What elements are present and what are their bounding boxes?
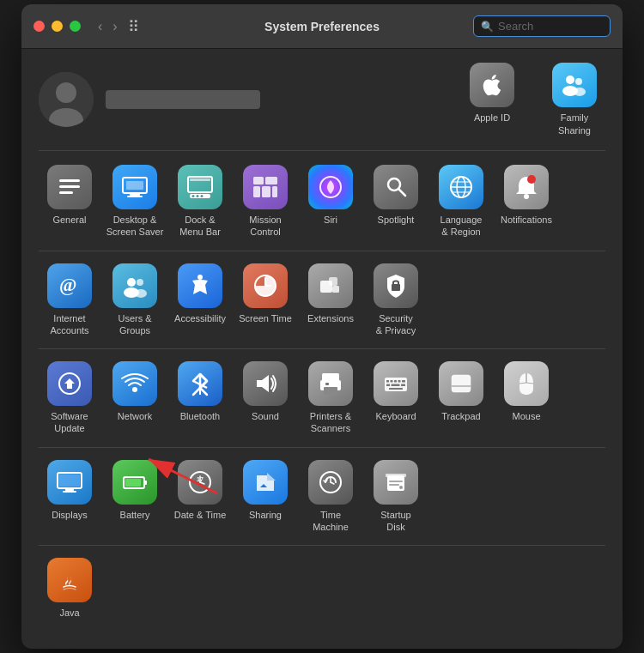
svg-rect-15 [190,178,210,181]
pref-internet-accounts[interactable]: @ InternetAccounts [39,263,100,337]
accounts-section: @ InternetAccounts Users &Gro [39,263,605,350]
svg-point-3 [566,76,574,84]
pref-extensions[interactable]: Extensions [300,263,361,337]
date-time-icon: 17 [178,460,222,505]
mouse-icon [504,361,549,406]
svg-rect-87 [389,484,399,486]
pref-accessibility[interactable]: Accessibility [169,263,231,337]
mission-control-label: MissionControl [249,214,281,239]
accounts-grid: @ InternetAccounts Users &Gro [39,263,605,337]
traffic-lights [33,21,81,32]
svg-rect-7 [59,179,80,182]
svg-marker-51 [257,375,269,392]
extensions-label: Extensions [307,312,354,324]
profile-right: Apple ID Family Sharing [461,63,605,136]
forward-button[interactable]: › [109,17,120,36]
svg-point-6 [574,88,586,96]
desktop-screensaver-icon [112,165,157,209]
pref-bluetooth[interactable]: Bluetooth [169,361,231,435]
screen-time-label: Screen Time [239,312,292,324]
avatar [39,72,94,127]
svg-rect-62 [386,384,390,387]
pref-dock-menubar[interactable]: Dock &Menu Bar [169,165,231,239]
printers-scanners-label: Printers &Scanners [310,410,351,435]
security-privacy-label: Security& Privacy [376,312,416,337]
language-region-icon [439,165,483,209]
pref-network[interactable]: Network [104,361,166,435]
pref-notifications[interactable]: Notifications [495,165,557,239]
family-sharing-item[interactable]: Family Sharing [544,63,605,136]
siri-label: Siri [324,214,337,226]
other-grid: Java [39,558,605,619]
back-button[interactable]: ‹ [94,17,106,36]
extensions-icon [308,263,353,308]
pref-mission-control[interactable]: MissionControl [234,165,296,239]
svg-rect-57 [386,380,389,383]
pref-language-region[interactable]: Language& Region [430,165,492,239]
spotlight-icon [374,165,418,209]
battery-icon [112,460,157,505]
pref-users-groups[interactable]: Users &Groups [104,263,166,337]
titlebar: ‹ › ⠿ System Preferences 🔍 [21,4,623,49]
search-box[interactable]: 🔍 [473,15,611,37]
svg-rect-9 [59,191,73,194]
svg-rect-59 [394,380,397,383]
pref-general[interactable]: General [39,165,100,239]
svg-line-27 [399,189,406,196]
date-time-label: Date & Time [174,509,227,521]
pref-java[interactable]: Java [39,558,100,619]
personal-section: General Desktop &Screen Saver [39,165,605,251]
grid-view-button[interactable]: ⠿ [128,17,139,36]
pref-startup-disk[interactable]: StartupDisk [365,460,427,534]
pref-battery[interactable]: Battery [104,460,166,534]
pref-sharing[interactable]: Sharing [234,460,296,534]
svg-point-88 [399,486,403,489]
apple-id-label: Apple ID [474,112,510,124]
svg-rect-86 [389,481,403,482]
svg-rect-71 [65,488,74,491]
minimize-button[interactable] [52,21,63,32]
svg-rect-46 [332,286,339,293]
security-privacy-icon [374,263,418,308]
pref-software-update[interactable]: SoftwareUpdate [39,361,100,435]
pref-displays[interactable]: Displays [39,460,100,534]
svg-rect-60 [398,380,401,383]
pref-security-privacy[interactable]: Security& Privacy [365,263,427,337]
svg-marker-80 [267,473,276,481]
close-button[interactable] [33,21,45,32]
svg-rect-65 [389,388,403,390]
pref-keyboard[interactable]: Keyboard [365,361,427,435]
general-label: General [52,214,86,226]
pref-spotlight[interactable]: Spotlight [365,165,427,239]
screen-time-icon [243,263,288,308]
time-machine-icon [308,460,353,505]
general-icon [47,165,92,209]
pref-sound[interactable]: Sound [234,361,296,435]
internet-accounts-icon: @ [47,263,92,308]
svg-line-79 [200,482,204,484]
dock-menubar-label: Dock &Menu Bar [179,214,221,239]
apple-id-item[interactable]: Apple ID [461,63,523,136]
search-input[interactable] [498,20,601,33]
pref-printers-scanners[interactable]: Printers &Scanners [300,361,361,435]
pref-date-time[interactable]: 17 Date & Time [169,460,231,534]
java-label: Java [59,607,79,619]
svg-rect-45 [329,277,337,286]
maximize-button[interactable] [70,21,81,32]
svg-rect-63 [392,384,400,387]
pref-mouse[interactable]: Mouse [495,361,557,435]
siri-icon [308,165,353,209]
window-title: System Preferences [264,20,380,33]
pref-trackpad[interactable]: Trackpad [430,361,492,435]
svg-rect-21 [265,177,277,184]
sound-label: Sound [252,410,279,422]
pref-siri[interactable]: Siri [300,165,361,239]
svg-point-19 [201,195,204,197]
svg-rect-64 [401,384,405,387]
displays-label: Displays [52,509,88,521]
svg-line-83 [331,482,334,484]
pref-desktop-screensaver[interactable]: Desktop &Screen Saver [104,165,166,239]
pref-screen-time[interactable]: Screen Time [234,263,296,337]
pref-time-machine[interactable]: TimeMachine [300,460,361,534]
other-section: Java [39,558,605,631]
